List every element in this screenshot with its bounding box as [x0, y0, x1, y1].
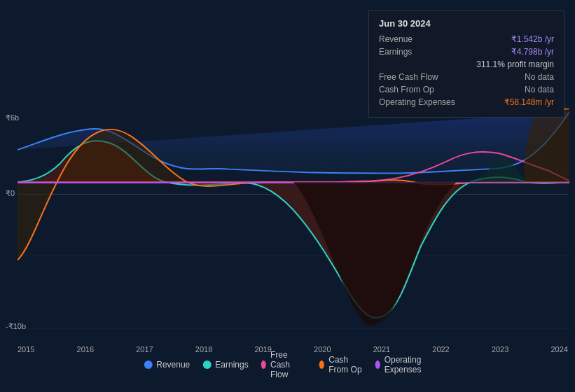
revenue-label: Revenue — [379, 34, 413, 44]
op-expenses-legend-label: Operating Expenses — [385, 355, 431, 374]
earnings-label: Earnings — [379, 47, 412, 57]
cash-from-op-value: No data — [525, 85, 554, 94]
tooltip-fcf: Free Cash Flow No data — [379, 72, 554, 82]
x-label-2024: 2024 — [550, 345, 567, 354]
y-label-mid: ₹0 — [6, 189, 15, 198]
tooltip-cash-from-op: Cash From Op No data — [379, 85, 554, 94]
chart-svg — [18, 108, 569, 329]
tooltip-earnings: Earnings ₹4.798b /yr — [379, 47, 554, 57]
earnings-dot — [202, 360, 211, 369]
legend-earnings[interactable]: Earnings — [202, 360, 248, 370]
tooltip-op-expenses: Operating Expenses ₹58.148m /yr — [379, 97, 554, 107]
tooltip-box: Jun 30 2024 Revenue ₹1.542b /yr Earnings… — [368, 10, 564, 118]
cash-from-op-label: Cash From Op — [379, 85, 434, 94]
legend-cash-from-op[interactable]: Cash From Op — [319, 355, 362, 374]
fcf-value: No data — [525, 72, 554, 82]
revenue-legend-label: Revenue — [156, 360, 190, 370]
tooltip-date: Jun 30 2024 — [379, 18, 554, 29]
revenue-dot — [144, 360, 152, 369]
tooltip-profit-margin: 311.1% profit margin — [435, 59, 554, 69]
x-label-2015: 2015 — [18, 345, 34, 354]
legend-op-expenses[interactable]: Operating Expenses — [375, 355, 431, 374]
op-expenses-dot — [375, 360, 380, 369]
fcf-label: Free Cash Flow — [379, 72, 438, 82]
tooltip-revenue: Revenue ₹1.542b /yr — [379, 34, 554, 44]
cash-from-op-dot — [319, 360, 324, 369]
revenue-value: ₹1.542b /yr — [511, 34, 554, 44]
earnings-value: ₹4.798b /yr — [511, 47, 554, 57]
x-label-2016: 2016 — [77, 345, 94, 354]
fcf-legend-label: Free Cash Flow — [270, 350, 307, 379]
op-expenses-label: Operating Expenses — [379, 97, 455, 107]
legend: Revenue Earnings Free Cash Flow Cash Fro… — [144, 350, 431, 379]
fcf-dot — [261, 360, 266, 369]
earnings-legend-label: Earnings — [215, 360, 248, 370]
op-expenses-value: ₹58.148m /yr — [504, 97, 554, 107]
legend-fcf[interactable]: Free Cash Flow — [261, 350, 307, 379]
profit-margin-value: 311.1% profit margin — [476, 59, 554, 69]
cash-from-op-legend-label: Cash From Op — [328, 355, 362, 374]
x-label-2023: 2023 — [492, 345, 508, 354]
x-label-2022: 2022 — [432, 345, 449, 354]
chart-container: Jun 30 2024 Revenue ₹1.542b /yr Earnings… — [0, 0, 575, 392]
legend-revenue[interactable]: Revenue — [144, 360, 190, 370]
